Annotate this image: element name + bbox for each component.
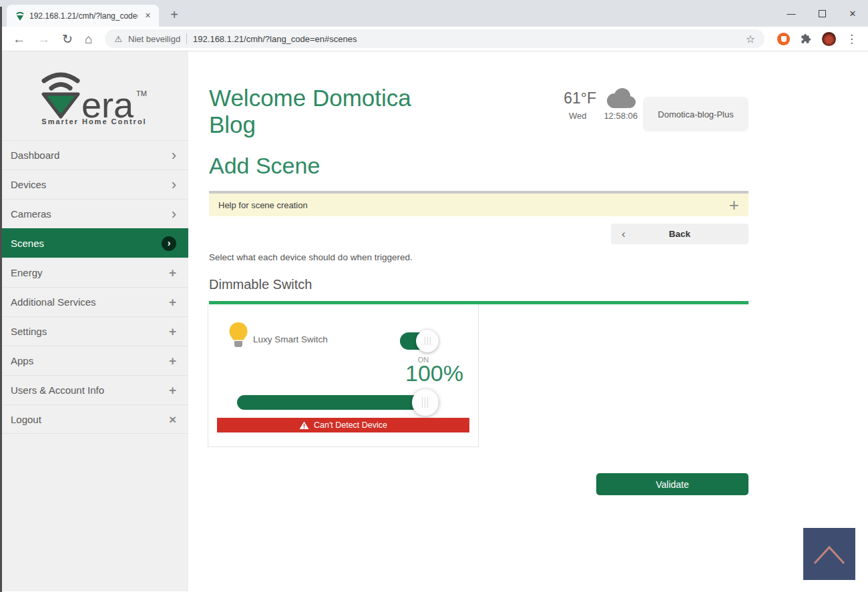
vera-favicon-icon [15,11,25,21]
svg-text:era: era [81,85,134,120]
help-label: Help for scene creation [218,200,308,210]
error-text: Can't Detect Device [314,420,387,430]
temperature: 61°F [564,89,596,107]
welcome-heading: Welcome Domotica Blog [209,85,436,138]
sidebar-item-logout[interactable]: Logout × [0,404,188,434]
page-title: Add Scene [209,153,320,179]
sidebar-item-cameras[interactable]: Cameras › [0,199,188,228]
url-text: 192.168.1.21/cmh/?lang_code=en#scenes [193,34,740,44]
chevron-right-icon: › [172,178,176,192]
dim-slider[interactable] [237,395,439,410]
close-button[interactable]: ✕ [837,0,868,27]
app-body: era TM Smarter Home Control Dashboard › … [0,51,868,591]
browser-tab[interactable]: 192.168.1.21/cmh/?lang_code=e ✕ [7,5,159,27]
back-nav-icon[interactable]: ← [13,33,25,45]
expand-plus-icon[interactable]: + [729,196,739,214]
new-tab-button[interactable]: + [166,6,183,23]
plus-icon: + [169,384,176,396]
vera-logo-mark: era TM [35,67,154,120]
sidebar-item-settings[interactable]: Settings + [0,316,188,346]
plus-icon: + [169,296,176,308]
plus-icon: + [169,325,176,338]
sidebar-item-dashboard[interactable]: Dashboard › [0,140,188,170]
warning-triangle-icon [299,421,309,430]
main-content: Welcome Domotica Blog 61°F [188,51,868,591]
window-edge [0,7,2,592]
address-bar[interactable]: ⚠ Niet beveiligd 192.168.1.21/cmh/?lang_… [105,29,765,48]
profile-avatar[interactable] [822,32,836,46]
slider-knob[interactable] [412,389,439,416]
clock: 12:58:06 [604,111,638,121]
sidebar-item-apps[interactable]: Apps + [0,346,188,375]
device-section-title: Dimmable Switch [209,277,312,292]
bookmark-star-icon[interactable]: ☆ [746,33,755,45]
cloud-icon [603,87,638,109]
svg-text:TM: TM [136,89,147,97]
tab-title: 192.168.1.21/cmh/?lang_code=e [29,11,138,21]
dim-level-value: 100% [405,360,463,386]
extension-orange-icon[interactable] [777,33,790,45]
chevron-up-icon [811,541,848,567]
instruction-text: Select what each device should do when t… [209,252,413,262]
controller-selector[interactable]: Domotica-blog-Plus [643,97,748,131]
sidebar-item-additional-services[interactable]: Additional Services + [0,287,188,316]
browser-menu-icon[interactable]: ⋮ [846,32,857,46]
scroll-to-top-button[interactable] [803,528,855,580]
chevron-left-icon: ‹ [622,228,626,241]
window-controls: — ✕ [776,0,868,27]
toggle-knob[interactable] [416,330,439,352]
home-icon[interactable]: ⌂ [85,33,92,45]
chevron-right-circle-icon: › [162,236,176,251]
browser-toolbar: ← → ↻ ⌂ ⚠ Niet beveiligd 192.168.1.21/cm… [0,27,868,51]
chevron-right-icon: › [172,207,176,222]
device-card: Luxy Smart Switch ON 100% [208,304,479,447]
sidebar-item-users-account[interactable]: Users & Account Info + [0,375,188,404]
minimize-button[interactable]: — [776,0,807,27]
plus-icon: + [169,354,176,367]
status-area: 61°F Wed 12:58:06 [564,87,748,131]
tab-close-icon[interactable]: ✕ [142,10,154,21]
back-button[interactable]: ‹ Back [611,224,748,244]
weekday: Wed [569,111,587,121]
validate-button[interactable]: Validate [596,473,748,495]
tab-strip: 192.168.1.21/cmh/?lang_code=e ✕ + — ✕ [0,0,868,27]
sidebar-item-devices[interactable]: Devices › [0,170,188,199]
plus-icon: + [169,266,176,279]
vera-logo: era TM Smarter Home Control [0,51,188,140]
weather-widget: 61°F Wed 12:58:06 [564,87,638,121]
close-x-icon: × [169,413,176,426]
reload-icon[interactable]: ↻ [62,33,73,45]
maximize-icon [819,10,826,17]
security-label: Niet beveiligd [128,34,180,44]
url-divider [186,33,187,44]
forward-nav-icon[interactable]: → [37,33,50,45]
sidebar-menu: Dashboard › Devices › Cameras › Scenes ›… [0,140,188,434]
extensions-puzzle-icon[interactable] [801,33,811,44]
lightbulb-icon [228,322,248,352]
power-toggle[interactable] [400,332,435,350]
logo-tagline: Smarter Home Control [41,117,146,125]
sidebar-item-scenes[interactable]: Scenes › [0,228,188,258]
maximize-button[interactable] [807,0,837,27]
sidebar-item-energy[interactable]: Energy + [0,258,188,287]
not-secure-warning-icon: ⚠ [114,34,122,44]
device-error-banner: Can't Detect Device [217,418,469,432]
device-name: Luxy Smart Switch [253,334,328,344]
browser-window: 192.168.1.21/cmh/?lang_code=e ✕ + — ✕ ← … [0,0,868,592]
sidebar: era TM Smarter Home Control Dashboard › … [0,51,188,591]
help-bar[interactable]: Help for scene creation + [209,191,748,216]
chevron-right-icon: › [172,148,176,163]
